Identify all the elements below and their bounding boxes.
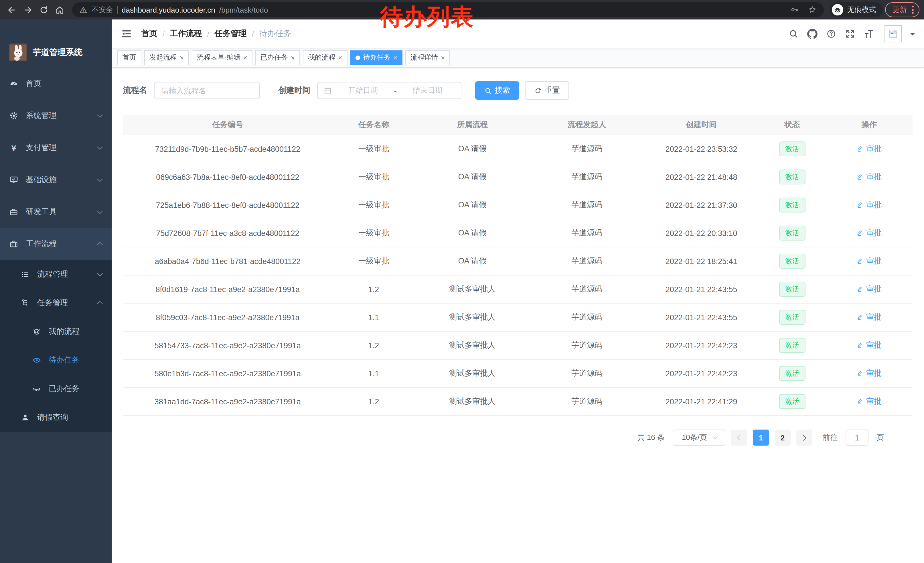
date-range-picker[interactable]: 开始日期 - 结束日期 bbox=[317, 82, 461, 99]
sidebar-item-leave-query[interactable]: 请假查询 bbox=[0, 403, 112, 432]
bookmark-star-icon[interactable] bbox=[808, 5, 817, 14]
cell-starter: 芋道源码 bbox=[530, 312, 644, 323]
tab[interactable]: 流程表单-编辑 × bbox=[192, 50, 252, 65]
breadcrumb-task-management[interactable]: 任务管理 bbox=[214, 29, 247, 39]
approve-link[interactable]: 审批 bbox=[856, 172, 882, 182]
cell-task-name: 一级审批 bbox=[332, 228, 416, 238]
password-key-icon[interactable] bbox=[790, 5, 799, 14]
tab[interactable]: 待办任务 × bbox=[350, 50, 402, 65]
cell-task-id: 73211d9d-7b9b-11ec-b5b7-acde48001122 bbox=[123, 145, 332, 153]
github-icon[interactable] bbox=[806, 27, 819, 41]
approve-link[interactable]: 审批 bbox=[856, 284, 882, 294]
help-icon[interactable] bbox=[824, 27, 838, 41]
url-path[interactable]: /bpm/task/todo bbox=[219, 6, 268, 14]
tab-close-icon[interactable]: × bbox=[291, 54, 295, 61]
address-bar[interactable]: 不安全 dashboard.yudao.iocoder.cn/bpm/task/… bbox=[72, 2, 824, 17]
page-size-select[interactable]: 10条/页 bbox=[673, 429, 725, 446]
browser-forward-icon[interactable] bbox=[21, 3, 34, 17]
calendar-icon bbox=[324, 86, 332, 95]
breadcrumb-workflow[interactable]: 工作流程 bbox=[170, 29, 202, 39]
tab-close-icon[interactable]: × bbox=[393, 54, 397, 61]
fullscreen-icon[interactable] bbox=[843, 27, 857, 41]
sidebar-item-label: 任务管理 bbox=[37, 298, 68, 308]
sidebar-item-task-management[interactable]: 任务管理 bbox=[0, 289, 112, 317]
sidebar-item-infrastructure[interactable]: 基础设施 bbox=[0, 164, 112, 196]
prev-page-button[interactable] bbox=[731, 429, 747, 446]
next-page-button[interactable] bbox=[796, 429, 812, 446]
tab-close-icon[interactable]: × bbox=[180, 54, 184, 61]
next-page-icon bbox=[801, 435, 806, 440]
reset-button[interactable]: 重置 bbox=[525, 81, 569, 100]
sidebar-item-label: 待办任务 bbox=[49, 355, 80, 365]
app-logo-bar[interactable]: 芋道管理系统 bbox=[0, 20, 112, 68]
tab-close-icon[interactable]: × bbox=[243, 54, 248, 61]
browser-update-button[interactable]: 更新 bbox=[885, 2, 920, 17]
sidebar-item-done-tasks[interactable]: 已办任务 bbox=[0, 375, 112, 403]
chevron-down-icon bbox=[97, 112, 103, 118]
approve-link[interactable]: 审批 bbox=[856, 368, 882, 378]
approve-link[interactable]: 审批 bbox=[856, 312, 882, 323]
breadcrumb-home[interactable]: 首页 bbox=[141, 29, 158, 39]
navbar-actions bbox=[787, 25, 915, 42]
browser-home-icon[interactable] bbox=[52, 3, 66, 17]
tab[interactable]: 首页 × bbox=[117, 50, 141, 65]
status-badge: 激活 bbox=[779, 282, 805, 297]
process-name-input[interactable] bbox=[154, 82, 260, 99]
table-row: 8f059c03-7ac8-11ec-a9e2-a2380e71991a 1.1… bbox=[123, 303, 912, 332]
tab[interactable]: 流程详情 × bbox=[405, 50, 450, 65]
start-date-placeholder[interactable]: 开始日期 bbox=[336, 86, 391, 96]
tab-label: 流程表单-编辑 bbox=[197, 53, 240, 62]
sidebar-item-process-management[interactable]: 流程管理 bbox=[0, 260, 112, 289]
tab-label: 已办任务 bbox=[261, 53, 288, 62]
status-badge: 激活 bbox=[779, 338, 805, 353]
table-row: 725a1eb6-7b88-11ec-8ef0-acde48001122 一级审… bbox=[123, 191, 912, 219]
approve-link[interactable]: 审批 bbox=[856, 144, 882, 154]
col-status: 状态 bbox=[759, 119, 825, 130]
browser-menu-icon[interactable] bbox=[912, 6, 914, 14]
cell-starter: 芋道源码 bbox=[530, 144, 644, 154]
avatar-caret-icon[interactable] bbox=[910, 33, 915, 38]
sidebar-item-todo-tasks[interactable]: 待办任务 bbox=[0, 346, 112, 375]
approve-link[interactable]: 审批 bbox=[856, 200, 882, 210]
tab-close-icon[interactable]: × bbox=[338, 54, 342, 61]
update-label[interactable]: 更新 bbox=[892, 5, 907, 15]
cell-starter: 芋道源码 bbox=[530, 340, 644, 350]
prev-page-icon bbox=[737, 435, 743, 440]
url-host[interactable]: dashboard.yudao.iocoder.cn bbox=[122, 6, 215, 14]
security-warning-icon[interactable] bbox=[79, 6, 88, 14]
tab[interactable]: 已办任务 × bbox=[255, 50, 300, 65]
avatar[interactable] bbox=[885, 25, 902, 42]
sidebar-item-label: 已办任务 bbox=[49, 384, 80, 394]
cell-process: 测试多审批人 bbox=[415, 284, 530, 294]
tab-close-icon[interactable]: × bbox=[441, 54, 445, 61]
tab[interactable]: 我的流程 × bbox=[303, 50, 348, 65]
top-navbar: 首页 / 工作流程 / 任务管理 / 待办任务 bbox=[112, 20, 924, 48]
tab[interactable]: 发起流程 × bbox=[144, 50, 189, 65]
browser-back-icon[interactable] bbox=[4, 3, 18, 17]
breadcrumb: 首页 / 工作流程 / 任务管理 / 待办任务 bbox=[141, 29, 291, 39]
browser-reload-icon[interactable] bbox=[37, 3, 50, 17]
security-label[interactable]: 不安全 bbox=[92, 5, 113, 15]
page-button-1[interactable]: 1 bbox=[753, 429, 769, 446]
sidebar-item-home[interactable]: 首页 bbox=[0, 68, 112, 100]
sidebar-item-my-process[interactable]: 我的流程 bbox=[0, 317, 112, 346]
goto-page-input[interactable] bbox=[846, 429, 868, 446]
sidebar-item-payment[interactable]: ¥ 支付管理 bbox=[0, 132, 112, 164]
approve-link[interactable]: 审批 bbox=[856, 396, 882, 407]
sidebar-toggle-icon[interactable] bbox=[121, 28, 132, 39]
cell-process: 测试多审批人 bbox=[415, 396, 530, 407]
font-size-icon[interactable] bbox=[862, 27, 876, 41]
incognito-label: 无痕模式 bbox=[847, 5, 876, 15]
approve-link[interactable]: 审批 bbox=[856, 256, 882, 266]
end-date-placeholder[interactable]: 结束日期 bbox=[400, 86, 455, 96]
approve-link[interactable]: 审批 bbox=[856, 228, 882, 238]
sidebar-item-devtools[interactable]: 研发工具 bbox=[0, 196, 112, 228]
sidebar-item-system[interactable]: 系统管理 bbox=[0, 100, 112, 132]
approve-link[interactable]: 审批 bbox=[856, 340, 882, 350]
search-icon[interactable] bbox=[787, 27, 800, 41]
search-button[interactable]: 搜索 bbox=[475, 81, 519, 100]
workflow-submenu: 流程管理 任务管理 我的流程 待办任务 bbox=[0, 260, 112, 432]
sidebar-item-workflow[interactable]: 工作流程 bbox=[0, 228, 112, 260]
approve-link-label: 审批 bbox=[866, 396, 882, 407]
page-button-2[interactable]: 2 bbox=[775, 429, 790, 446]
